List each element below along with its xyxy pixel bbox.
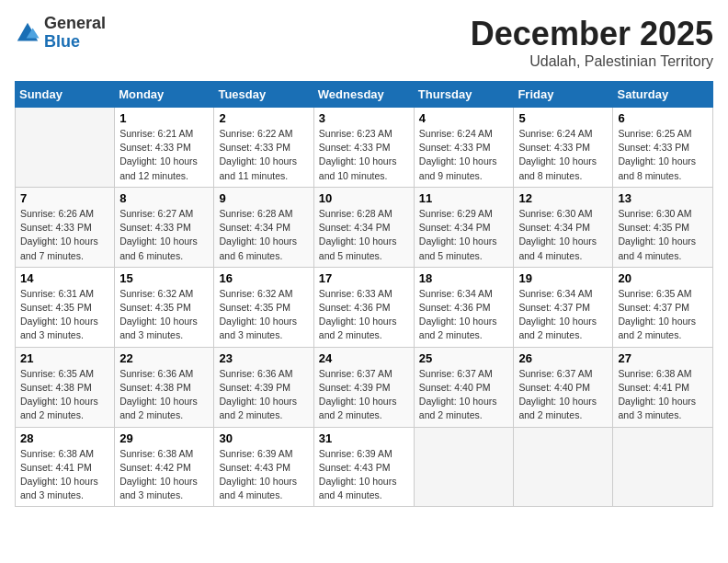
day-info: Sunrise: 6:21 AMSunset: 4:33 PMDaylight:… (119, 127, 209, 183)
day-number: 10 (319, 191, 409, 205)
day-info: Sunrise: 6:38 AMSunset: 4:42 PMDaylight:… (119, 447, 209, 503)
calendar-cell: 15Sunrise: 6:32 AMSunset: 4:35 PMDayligh… (115, 267, 214, 347)
day-info: Sunrise: 6:22 AMSunset: 4:33 PMDaylight:… (219, 127, 308, 183)
calendar-cell: 2Sunrise: 6:22 AMSunset: 4:33 PMDaylight… (214, 108, 313, 188)
logo: General Blue (15, 15, 106, 52)
calendar-cell: 10Sunrise: 6:28 AMSunset: 4:34 PMDayligh… (313, 187, 414, 267)
calendar-cell: 25Sunrise: 6:37 AMSunset: 4:40 PMDayligh… (414, 347, 514, 427)
day-number: 14 (20, 271, 109, 285)
calendar-week-row: 7Sunrise: 6:26 AMSunset: 4:33 PMDaylight… (16, 187, 713, 267)
day-number: 15 (119, 271, 209, 285)
calendar-cell: 20Sunrise: 6:35 AMSunset: 4:37 PMDayligh… (613, 267, 713, 347)
calendar-week-row: 1Sunrise: 6:21 AMSunset: 4:33 PMDaylight… (16, 108, 713, 188)
calendar-cell: 1Sunrise: 6:21 AMSunset: 4:33 PMDaylight… (115, 108, 214, 188)
calendar-cell: 28Sunrise: 6:38 AMSunset: 4:41 PMDayligh… (16, 427, 115, 507)
day-info: Sunrise: 6:30 AMSunset: 4:34 PMDaylight:… (518, 207, 608, 263)
day-info: Sunrise: 6:39 AMSunset: 4:43 PMDaylight:… (219, 447, 308, 503)
day-number: 8 (119, 191, 209, 205)
calendar-cell: 29Sunrise: 6:38 AMSunset: 4:42 PMDayligh… (115, 427, 214, 507)
day-info: Sunrise: 6:23 AMSunset: 4:33 PMDaylight:… (319, 127, 409, 183)
calendar-cell: 7Sunrise: 6:26 AMSunset: 4:33 PMDaylight… (16, 187, 115, 267)
day-number: 27 (618, 351, 708, 365)
day-number: 3 (319, 111, 409, 125)
day-info: Sunrise: 6:36 AMSunset: 4:39 PMDaylight:… (219, 367, 308, 423)
header-thursday: Thursday (414, 82, 514, 108)
header-friday: Friday (514, 82, 613, 108)
day-number: 5 (518, 111, 608, 125)
day-info: Sunrise: 6:29 AMSunset: 4:34 PMDaylight:… (419, 207, 509, 263)
day-info: Sunrise: 6:26 AMSunset: 4:33 PMDaylight:… (20, 207, 109, 263)
title-area: December 2025 Udalah, Palestinian Territ… (471, 15, 713, 70)
day-number: 18 (419, 271, 509, 285)
day-number: 22 (119, 351, 209, 365)
day-info: Sunrise: 6:30 AMSunset: 4:35 PMDaylight:… (618, 207, 708, 263)
day-info: Sunrise: 6:37 AMSunset: 4:40 PMDaylight:… (419, 367, 509, 423)
day-info: Sunrise: 6:34 AMSunset: 4:36 PMDaylight:… (419, 287, 509, 343)
header-monday: Monday (115, 82, 214, 108)
calendar-cell: 3Sunrise: 6:23 AMSunset: 4:33 PMDaylight… (313, 108, 414, 188)
calendar-cell: 16Sunrise: 6:32 AMSunset: 4:35 PMDayligh… (214, 267, 313, 347)
calendar-week-row: 28Sunrise: 6:38 AMSunset: 4:41 PMDayligh… (16, 427, 713, 507)
day-number: 30 (219, 431, 308, 445)
day-number: 16 (219, 271, 308, 285)
day-info: Sunrise: 6:28 AMSunset: 4:34 PMDaylight:… (219, 207, 308, 263)
calendar-cell: 26Sunrise: 6:37 AMSunset: 4:40 PMDayligh… (514, 347, 613, 427)
day-number: 1 (119, 111, 209, 125)
day-number: 20 (618, 271, 708, 285)
calendar-cell (16, 108, 115, 188)
logo-icon (15, 20, 40, 46)
header-sunday: Sunday (16, 82, 115, 108)
calendar-cell: 27Sunrise: 6:38 AMSunset: 4:41 PMDayligh… (613, 347, 713, 427)
calendar-cell: 9Sunrise: 6:28 AMSunset: 4:34 PMDaylight… (214, 187, 313, 267)
day-info: Sunrise: 6:33 AMSunset: 4:36 PMDaylight:… (319, 287, 409, 343)
day-info: Sunrise: 6:38 AMSunset: 4:41 PMDaylight:… (618, 367, 708, 423)
calendar-cell: 18Sunrise: 6:34 AMSunset: 4:36 PMDayligh… (414, 267, 514, 347)
day-info: Sunrise: 6:37 AMSunset: 4:39 PMDaylight:… (319, 367, 409, 423)
day-info: Sunrise: 6:31 AMSunset: 4:35 PMDaylight:… (20, 287, 109, 343)
day-number: 17 (319, 271, 409, 285)
day-info: Sunrise: 6:37 AMSunset: 4:40 PMDaylight:… (518, 367, 608, 423)
logo-text: General Blue (44, 15, 106, 52)
calendar-cell: 5Sunrise: 6:24 AMSunset: 4:33 PMDaylight… (514, 108, 613, 188)
day-number: 13 (618, 191, 708, 205)
day-number: 7 (20, 191, 109, 205)
calendar-header-row: SundayMondayTuesdayWednesdayThursdayFrid… (16, 82, 713, 108)
calendar-cell: 14Sunrise: 6:31 AMSunset: 4:35 PMDayligh… (16, 267, 115, 347)
calendar-week-row: 21Sunrise: 6:35 AMSunset: 4:38 PMDayligh… (16, 347, 713, 427)
header-tuesday: Tuesday (214, 82, 313, 108)
month-title: December 2025 (471, 15, 713, 53)
day-number: 24 (319, 351, 409, 365)
day-info: Sunrise: 6:39 AMSunset: 4:43 PMDaylight:… (319, 447, 409, 503)
header-wednesday: Wednesday (313, 82, 414, 108)
day-number: 23 (219, 351, 308, 365)
page-header: General Blue December 2025 Udalah, Pales… (15, 15, 713, 70)
calendar-cell: 17Sunrise: 6:33 AMSunset: 4:36 PMDayligh… (313, 267, 414, 347)
day-info: Sunrise: 6:24 AMSunset: 4:33 PMDaylight:… (419, 127, 509, 183)
day-info: Sunrise: 6:32 AMSunset: 4:35 PMDaylight:… (219, 287, 308, 343)
day-number: 2 (219, 111, 308, 125)
calendar-cell: 4Sunrise: 6:24 AMSunset: 4:33 PMDaylight… (414, 108, 514, 188)
day-number: 6 (618, 111, 708, 125)
calendar-cell: 13Sunrise: 6:30 AMSunset: 4:35 PMDayligh… (613, 187, 713, 267)
day-number: 31 (319, 431, 409, 445)
calendar-cell: 12Sunrise: 6:30 AMSunset: 4:34 PMDayligh… (514, 187, 613, 267)
day-number: 19 (518, 271, 608, 285)
calendar-cell: 6Sunrise: 6:25 AMSunset: 4:33 PMDaylight… (613, 108, 713, 188)
day-info: Sunrise: 6:35 AMSunset: 4:38 PMDaylight:… (20, 367, 109, 423)
calendar-cell: 8Sunrise: 6:27 AMSunset: 4:33 PMDaylight… (115, 187, 214, 267)
day-info: Sunrise: 6:34 AMSunset: 4:37 PMDaylight:… (518, 287, 608, 343)
day-info: Sunrise: 6:36 AMSunset: 4:38 PMDaylight:… (119, 367, 209, 423)
day-info: Sunrise: 6:27 AMSunset: 4:33 PMDaylight:… (119, 207, 209, 263)
day-number: 9 (219, 191, 308, 205)
day-info: Sunrise: 6:28 AMSunset: 4:34 PMDaylight:… (319, 207, 409, 263)
calendar-cell: 23Sunrise: 6:36 AMSunset: 4:39 PMDayligh… (214, 347, 313, 427)
day-number: 21 (20, 351, 109, 365)
location-subtitle: Udalah, Palestinian Territory (471, 53, 713, 70)
calendar-cell: 31Sunrise: 6:39 AMSunset: 4:43 PMDayligh… (313, 427, 414, 507)
calendar-cell: 30Sunrise: 6:39 AMSunset: 4:43 PMDayligh… (214, 427, 313, 507)
calendar-cell: 11Sunrise: 6:29 AMSunset: 4:34 PMDayligh… (414, 187, 514, 267)
calendar-cell: 21Sunrise: 6:35 AMSunset: 4:38 PMDayligh… (16, 347, 115, 427)
calendar-cell (514, 427, 613, 507)
day-info: Sunrise: 6:35 AMSunset: 4:37 PMDaylight:… (618, 287, 708, 343)
day-info: Sunrise: 6:24 AMSunset: 4:33 PMDaylight:… (518, 127, 608, 183)
